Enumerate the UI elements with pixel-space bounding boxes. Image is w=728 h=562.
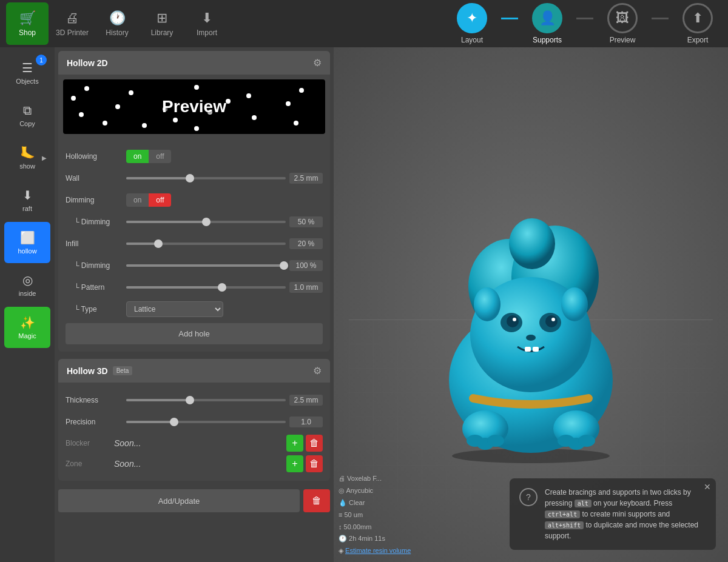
infill-pattern-thumb[interactable]	[218, 283, 226, 292]
preview-dot	[194, 85, 199, 90]
infill-dimming-thumb[interactable]	[280, 261, 288, 270]
preview-dot	[115, 104, 120, 109]
infill-track[interactable]	[126, 243, 286, 245]
thickness-track[interactable]	[126, 399, 286, 401]
dimming-row: Dimming on off	[66, 191, 323, 209]
hollowing-row: Hollowing on off	[66, 147, 323, 166]
tooltip-text3: to create mini supports and	[582, 510, 670, 518]
sidebar-hollow-label: hollow	[18, 247, 36, 255]
add-hole-button[interactable]: Add hole	[66, 323, 323, 344]
nav-preview[interactable]: 🖼 Preview	[598, 2, 647, 45]
nav-history-label: History	[106, 28, 128, 37]
nav-import[interactable]: ⬇ Import	[186, 2, 228, 45]
sidebar-item-show[interactable]: 🦶 show ▶	[4, 137, 50, 178]
wall-slider-track[interactable]	[126, 177, 286, 179]
hollow2d-settings-button[interactable]: ⚙	[313, 57, 322, 69]
main-area: 1 ☰ Objects ⧉ Copy 🦶 show ▶ ⬇ raft ⬜ hol…	[0, 47, 728, 562]
infill-type-label: └ Type	[66, 305, 126, 313]
infill-dimming-track[interactable]	[126, 264, 286, 267]
infill-pattern-fill	[126, 286, 222, 289]
dimming-child-value: 50 %	[289, 216, 323, 227]
preview-dot	[226, 99, 231, 104]
blocker-delete-button[interactable]: 🗑	[306, 435, 323, 452]
nav-library[interactable]: ⊞ Library	[141, 2, 183, 45]
sidebar-item-hollow[interactable]: ⬜ hollow	[4, 222, 50, 263]
sidebar-item-inside[interactable]: ◎ inside	[4, 264, 50, 306]
precision-thumb[interactable]	[170, 418, 178, 426]
panel: Hollow 2D ⚙	[55, 47, 334, 562]
dimming-child-row: └ Dimming 50 %	[66, 213, 323, 231]
sidebar-item-objects[interactable]: 1 ☰ Objects	[4, 52, 50, 93]
blocker-row: Blocker Soon... + 🗑	[66, 435, 323, 452]
wall-slider-thumb[interactable]	[186, 174, 194, 182]
preview-dot	[252, 115, 257, 120]
sidebar-magic-label: Magic	[18, 332, 36, 340]
zone-row: Zone Soon... + 🗑	[66, 455, 323, 472]
hollow2d-section: Hollow 2D ⚙	[58, 51, 330, 352]
nav-shop[interactable]: 🛒 Shop	[6, 2, 49, 45]
eye-left-shine	[513, 318, 516, 321]
nav-supports[interactable]: 👤 Supports	[523, 2, 571, 45]
nav-export[interactable]: ⬆ Export	[673, 2, 722, 45]
delete-button[interactable]: 🗑	[303, 489, 330, 512]
nav-supports-label: Supports	[533, 36, 562, 44]
export-circle: ⬆	[682, 3, 713, 33]
estimate-resin-link[interactable]: Estimate resin volume	[345, 547, 411, 554]
resin-icon: ◈	[339, 547, 345, 554]
info-um: ≡ 50 um	[339, 509, 411, 521]
info-mm: ↕ 50.00mm	[339, 521, 411, 534]
nav-3dprinter[interactable]: 🖨 3D Printer	[51, 2, 93, 45]
hollow3d-settings-button[interactable]: ⚙	[313, 365, 322, 376]
hollowing-off-button[interactable]: off	[149, 150, 171, 163]
import-icon: ⬇	[201, 10, 212, 26]
infill-dimming-row: └ Dimming 100 %	[66, 256, 323, 275]
infill-pattern-track[interactable]	[126, 286, 286, 289]
sidebar-raft-label: raft	[22, 205, 32, 212]
sidebar-item-copy[interactable]: ⧉ Copy	[4, 95, 50, 136]
infill-thumb[interactable]	[154, 239, 163, 248]
thickness-value: 2.5 mm	[289, 395, 323, 406]
blocker-add-button[interactable]: +	[286, 435, 303, 452]
infill-pattern-label: └ Pattern	[66, 283, 126, 292]
zone-delete-button[interactable]: 🗑	[306, 455, 323, 472]
info-voxelab: 🖨 Voxelab F...	[339, 473, 411, 485]
dimming-toggle: on off	[126, 193, 171, 207]
thickness-thumb[interactable]	[186, 396, 194, 404]
inside-icon: ◎	[22, 273, 33, 287]
add-update-button[interactable]: Add/Update	[58, 489, 300, 512]
objects-badge: 1	[36, 55, 47, 65]
dimming-child-track[interactable]	[126, 221, 286, 223]
zone-add-button[interactable]: +	[286, 455, 303, 472]
infill-dimming-slider-container: 100 %	[126, 260, 323, 271]
hollow2d-preview: Preview	[63, 79, 325, 134]
model-svg	[416, 192, 646, 465]
sidebar-item-magic[interactable]: ✨ Magic	[4, 307, 50, 348]
eye-right	[545, 315, 558, 327]
info-clear: 💧 Clear	[339, 497, 411, 509]
nav-preview-label: Preview	[610, 36, 636, 44]
nav-import-label: Import	[197, 28, 217, 37]
hollowing-on-button[interactable]: on	[126, 150, 149, 163]
sidebar-item-raft[interactable]: ⬇ raft	[4, 179, 50, 221]
hollow-icon: ⬜	[20, 230, 35, 245]
nav-shop-label: Shop	[19, 28, 36, 37]
dimming-off-button[interactable]: off	[149, 193, 171, 207]
info-time: 🕐 2h 4min 11s	[339, 533, 411, 545]
nav-left: 🛒 Shop 🖨 3D Printer 🕐 History ⊞ Library …	[6, 2, 228, 45]
tooltip-close-button[interactable]: ✕	[704, 482, 711, 492]
infill-type-row: └ Type Lattice Grid Honeycomb Lines	[66, 300, 323, 318]
tooltip-text2: on your keyboard. Press	[593, 499, 672, 507]
preview-dot	[286, 101, 291, 106]
nav-layout[interactable]: ✦ Layout	[448, 2, 496, 45]
info-resin: ◈ Estimate resin volume	[339, 545, 411, 557]
dimming-child-thumb[interactable]	[202, 218, 211, 226]
time-icon: 🕐	[339, 535, 349, 542]
ear-right	[561, 287, 588, 321]
infill-type-select[interactable]: Lattice Grid Honeycomb Lines	[126, 301, 223, 317]
dimming-on-button[interactable]: on	[126, 193, 149, 207]
nav-history[interactable]: 🕐 History	[96, 2, 138, 45]
precision-row: Precision 1.0	[66, 413, 323, 431]
layout-circle: ✦	[457, 3, 487, 33]
viewport[interactable]: 🖨 Voxelab F... ◎ Anycubic 💧 Clear ≡ 50 u…	[334, 47, 728, 562]
precision-track[interactable]	[126, 421, 286, 423]
